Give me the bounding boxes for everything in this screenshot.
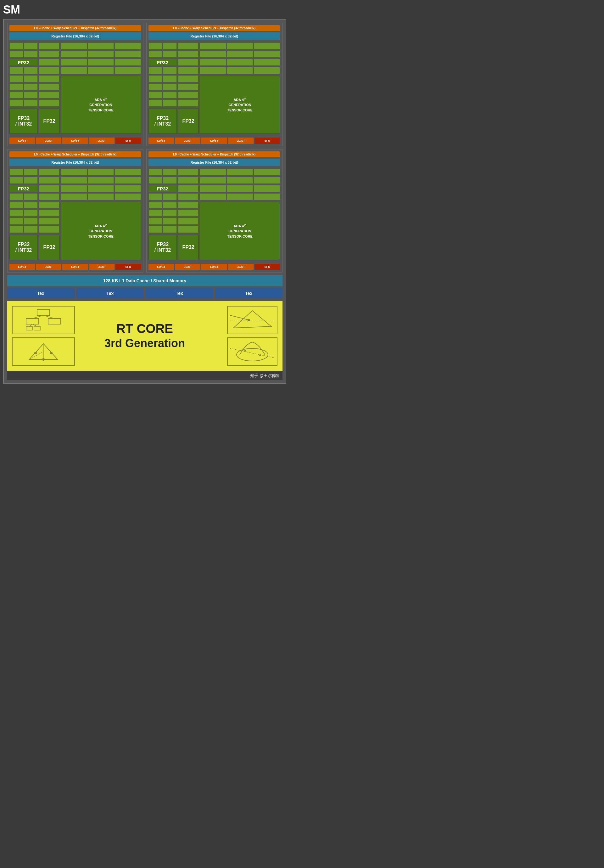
- rt-core-section: RT CORE 3rd Generation: [7, 301, 282, 371]
- cell: [88, 59, 114, 66]
- cell: [9, 209, 23, 217]
- cell: [200, 42, 226, 50]
- cell: [88, 185, 114, 192]
- tensor-label-1: ADA 4thGENERATIONTENSOR CORE: [88, 97, 113, 113]
- fp32-label-4: FP32: [182, 245, 194, 250]
- cell: [9, 42, 23, 50]
- cell: [149, 202, 162, 208]
- rt-core-center: RT CORE 3rd Generation: [75, 321, 215, 351]
- cell: [39, 202, 59, 208]
- cell: [61, 42, 87, 50]
- cell: FP32: [9, 185, 38, 192]
- cell: [149, 67, 162, 74]
- cell: [163, 193, 177, 200]
- sphere-diagram-icon: [230, 341, 274, 363]
- sm-title: SM: [3, 3, 20, 16]
- cell: [88, 177, 114, 184]
- sfu-3: SFU: [115, 264, 141, 270]
- ldst-2-4: LD/ST: [228, 138, 254, 144]
- cell: [163, 84, 177, 90]
- cell: [39, 51, 59, 57]
- cell: [39, 218, 59, 225]
- cell: FP32: [149, 59, 177, 66]
- cell: [163, 67, 177, 74]
- cell: [39, 177, 59, 184]
- watermark-bar: 知乎 @王尔德鲁: [7, 371, 282, 380]
- triangle-diagram-icon: [23, 341, 64, 363]
- svg-point-11: [34, 352, 37, 354]
- fp32-int32-label-3: FP32/ INT32: [15, 242, 32, 253]
- rt-core-left-diagrams: [12, 306, 75, 366]
- register-file-bar-4: Register File (16,384 x 32-bit): [149, 159, 280, 166]
- cell: [254, 67, 280, 74]
- watermark-text: 知乎 @王尔德鲁: [250, 373, 280, 378]
- cell: [24, 177, 38, 184]
- ldst-2-2: LD/ST: [175, 138, 200, 144]
- cell: [115, 185, 141, 192]
- cell: [9, 177, 23, 184]
- cell: [227, 42, 253, 50]
- rt-diagram-left-2: [12, 337, 75, 366]
- ldst-3-4: LD/ST: [89, 264, 115, 270]
- cell: [88, 42, 114, 50]
- cell: [24, 84, 38, 90]
- cell: [254, 51, 280, 57]
- cores-section-4: FP32 FP32/ INT32: [149, 167, 280, 261]
- quadrant-3: L0 i-Cache + Warp Scheduler + Dispatch (…: [7, 149, 144, 273]
- ldst-2-3: LD/ST: [201, 138, 227, 144]
- cell: [227, 67, 253, 74]
- bvh-diagram-icon: [23, 309, 64, 331]
- tex-box-2: Tex: [76, 288, 144, 298]
- cell: [178, 185, 198, 192]
- fp32-col-4: FP32: [178, 169, 198, 260]
- register-file-bar-3: Register File (16,384 x 32-bit): [9, 159, 141, 166]
- cell: [39, 91, 59, 99]
- tensor-col-3: ADA 4thGENERATIONTENSOR CORE: [61, 169, 141, 260]
- cell: [24, 100, 38, 107]
- cell: [39, 42, 59, 50]
- rt-diagram-right-2: [227, 337, 277, 366]
- cell: [254, 185, 280, 192]
- cell: [149, 84, 162, 90]
- cell: [61, 185, 87, 192]
- cell: [227, 185, 253, 192]
- cell: [39, 84, 59, 90]
- cell: [39, 226, 59, 233]
- warp-scheduler-bar-3: L0 i-Cache + Warp Scheduler + Dispatch (…: [9, 151, 141, 157]
- tensor-col-1: ADA 4thGENERATIONTENSOR CORE: [61, 42, 141, 134]
- ray-triangle-icon: [230, 309, 274, 331]
- cell: [115, 51, 141, 57]
- cell: [178, 59, 198, 66]
- cell: [115, 169, 141, 176]
- cell: [88, 67, 114, 74]
- cell: [178, 84, 198, 90]
- svg-line-5: [33, 315, 43, 318]
- cell: [9, 67, 23, 74]
- cell: [24, 218, 38, 225]
- cell: [178, 169, 198, 176]
- cell: [163, 100, 177, 107]
- cell: [149, 75, 162, 82]
- cores-section-2: FP32 FP32/ INT32: [149, 41, 280, 135]
- cell: [24, 67, 38, 74]
- cell: [24, 91, 38, 99]
- cell: [24, 42, 38, 50]
- cell: [24, 226, 38, 233]
- svg-marker-14: [234, 311, 271, 328]
- cell: [24, 51, 38, 57]
- cell: [88, 193, 114, 200]
- svg-point-22: [259, 354, 261, 356]
- tex-box-3: Tex: [146, 288, 213, 298]
- cell: [61, 67, 87, 74]
- cell: [163, 51, 177, 57]
- ldst-4-3: LD/ST: [201, 264, 227, 270]
- cell: [254, 177, 280, 184]
- sfu-2: SFU: [254, 138, 280, 144]
- fp32-label-3: FP32: [43, 245, 55, 250]
- ldst-3-1: LD/ST: [9, 264, 35, 270]
- ldst-4-2: LD/ST: [175, 264, 200, 270]
- l1-cache-bar: 128 KB L1 Data Cache / Shared Memory: [7, 275, 282, 287]
- warp-scheduler-bar-4: L0 i-Cache + Warp Scheduler + Dispatch (…: [149, 151, 280, 157]
- sfu-4: SFU: [254, 264, 280, 270]
- cell: [61, 59, 87, 66]
